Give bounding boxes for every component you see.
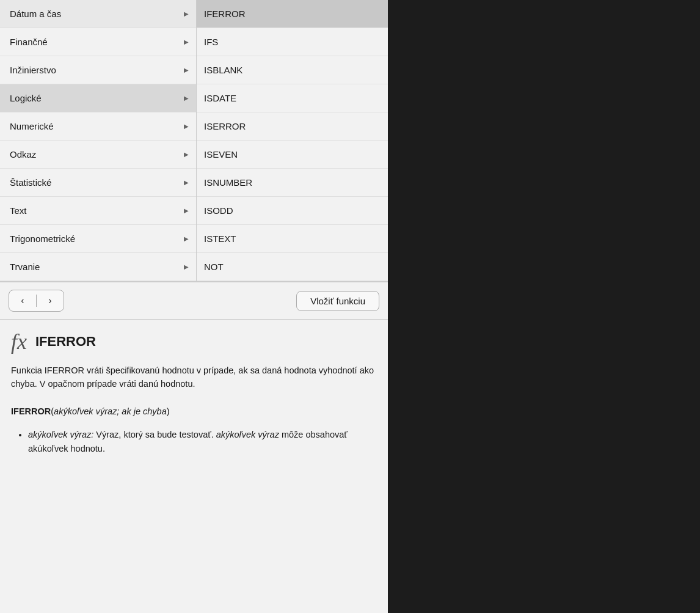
category-item-trvanie[interactable]: Trvanie▶ xyxy=(0,253,196,281)
categories-column: Dátum a čas▶Finančné▶Inžinierstvo▶Logick… xyxy=(0,0,197,281)
function-header: fx IFERROR xyxy=(11,331,377,353)
function-item-ifs[interactable]: IFS xyxy=(197,28,388,56)
category-arrow-statisticke: ▶ xyxy=(177,179,196,186)
signature-params: akýkoľvek výraz; ak je chyba xyxy=(54,406,167,416)
category-item-statisticke[interactable]: Štatistické▶ xyxy=(0,169,196,197)
dark-background xyxy=(388,0,700,613)
category-arrow-odkaz: ▶ xyxy=(177,151,196,158)
param-desc-0: Výraz, ktorý sa bude testovať. xyxy=(93,430,216,439)
category-label-trigonometricke: Trigonometrické xyxy=(0,233,177,244)
category-label-financne: Finančné xyxy=(0,37,177,47)
signature-name: IFERROR xyxy=(11,406,51,416)
function-item-iferror[interactable]: IFERROR xyxy=(197,0,388,28)
function-description: Funkcia IFERROR vráti špecifikovanú hodn… xyxy=(11,364,377,391)
category-arrow-inzinierstvo: ▶ xyxy=(177,67,196,73)
back-button[interactable]: ‹ xyxy=(9,290,36,311)
param-item-0: akýkoľvek výraz: Výraz, ktorý sa bude te… xyxy=(28,428,377,455)
category-item-odkaz[interactable]: Odkaz▶ xyxy=(0,141,196,169)
category-label-logicke: Logické xyxy=(0,93,177,103)
category-item-trigonometricke[interactable]: Trigonometrické▶ xyxy=(0,225,196,253)
category-label-inzinierstvo: Inžinierstvo xyxy=(0,65,177,75)
category-label-datum-cas: Dátum a čas xyxy=(0,9,177,19)
fx-icon: fx xyxy=(11,331,27,353)
param-extra-italic-0: akýkoľvek výraz xyxy=(216,430,279,439)
category-label-trvanie: Trvanie xyxy=(0,262,177,272)
function-item-isdate[interactable]: ISDATE xyxy=(197,84,388,112)
category-label-text: Text xyxy=(0,205,177,216)
nav-button-group: ‹ › xyxy=(9,290,64,312)
lists-container: Dátum a čas▶Finančné▶Inžinierstvo▶Logick… xyxy=(0,0,388,282)
category-item-financne[interactable]: Finančné▶ xyxy=(0,28,196,56)
category-arrow-financne: ▶ xyxy=(177,39,196,45)
category-arrow-datum-cas: ▶ xyxy=(177,10,196,17)
signature-close-paren: ) xyxy=(167,406,170,416)
description-area: fx IFERROR Funkcia IFERROR vráti špecifi… xyxy=(0,320,388,613)
params-list: akýkoľvek výraz: Výraz, ktorý sa bude te… xyxy=(11,428,377,455)
forward-button[interactable]: › xyxy=(37,290,64,311)
function-item-not[interactable]: NOT xyxy=(197,253,388,281)
function-title: IFERROR xyxy=(35,334,96,350)
function-item-iserror[interactable]: ISERROR xyxy=(197,112,388,141)
category-arrow-text: ▶ xyxy=(177,207,196,214)
param-name-0: akýkoľvek výraz: xyxy=(28,430,93,439)
category-item-numericke[interactable]: Numerické▶ xyxy=(0,112,196,141)
nav-row: ‹ › Vložiť funkciu xyxy=(0,282,388,320)
category-label-statisticke: Štatistické xyxy=(0,177,177,188)
function-signature: IFERROR(akýkoľvek výraz; ak je chyba) xyxy=(11,405,377,418)
function-item-isodd[interactable]: ISODD xyxy=(197,197,388,225)
category-item-datum-cas[interactable]: Dátum a čas▶ xyxy=(0,0,196,28)
category-arrow-logicke: ▶ xyxy=(177,95,196,101)
function-item-isblank[interactable]: ISBLANK xyxy=(197,56,388,84)
function-browser-panel: Dátum a čas▶Finančné▶Inžinierstvo▶Logick… xyxy=(0,0,388,613)
category-label-numericke: Numerické xyxy=(0,121,177,131)
category-item-logicke[interactable]: Logické▶ xyxy=(0,84,196,112)
category-arrow-trigonometricke: ▶ xyxy=(177,235,196,242)
function-item-isnumber[interactable]: ISNUMBER xyxy=(197,169,388,197)
category-item-text[interactable]: Text▶ xyxy=(0,197,196,225)
function-item-istext[interactable]: ISTEXT xyxy=(197,225,388,253)
category-label-odkaz: Odkaz xyxy=(0,149,177,160)
function-item-iseven[interactable]: ISEVEN xyxy=(197,141,388,169)
category-arrow-numericke: ▶ xyxy=(177,123,196,130)
category-arrow-trvanie: ▶ xyxy=(177,263,196,270)
insert-function-button[interactable]: Vložiť funkciu xyxy=(296,291,379,311)
category-item-inzinierstvo[interactable]: Inžinierstvo▶ xyxy=(0,56,196,84)
functions-column: IFERRORIFSISBLANKISDATEISERRORISEVENISNU… xyxy=(197,0,388,281)
